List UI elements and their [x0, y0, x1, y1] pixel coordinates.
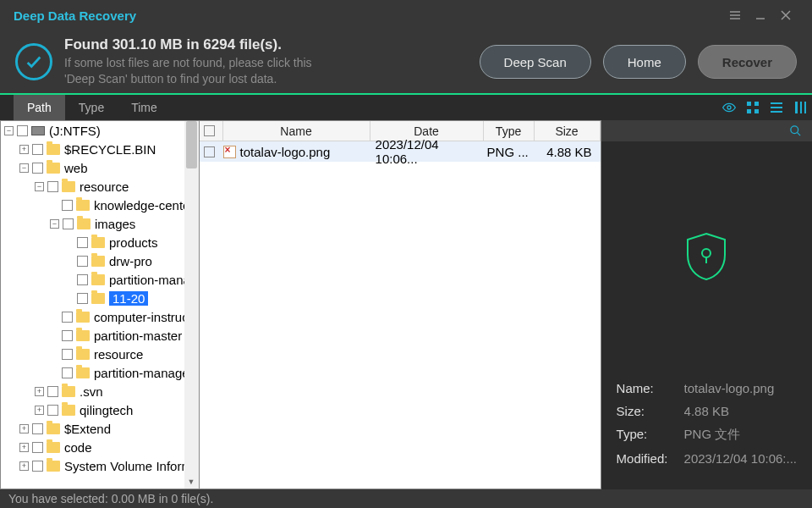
- detail-icon[interactable]: [788, 96, 812, 119]
- tree-item[interactable]: knowledge-center: [1, 196, 199, 214]
- tree-item[interactable]: computer-instruction: [1, 307, 199, 326]
- file-row[interactable]: totalav-logo.png 2023/12/04 10:06... PNG…: [200, 141, 601, 162]
- shield-icon: [684, 231, 728, 282]
- menu-icon[interactable]: [722, 3, 748, 28]
- header-name[interactable]: Name: [223, 121, 370, 141]
- status-bar: You have selected: 0.00 MB in 0 file(s).: [0, 489, 812, 508]
- file-name: totalav-logo.png: [240, 145, 331, 159]
- svg-rect-16: [804, 102, 806, 113]
- tree-item[interactable]: partition-manager: [1, 363, 199, 382]
- preview-area: [601, 141, 812, 371]
- minimize-icon[interactable]: [748, 3, 773, 28]
- check-icon: [15, 43, 52, 80]
- tree-scrollbar[interactable]: ▼: [184, 121, 199, 489]
- folder-tree: −(J:NTFS) +$RECYCLE.BIN −web −resource k…: [0, 120, 200, 489]
- tree-item[interactable]: partition-manage: [1, 270, 199, 289]
- tree-item[interactable]: −web: [1, 158, 199, 177]
- tree-item[interactable]: −images: [1, 214, 199, 233]
- search-bar[interactable]: [601, 120, 812, 141]
- tree-item[interactable]: resource: [1, 345, 199, 363]
- tree-item[interactable]: −resource: [1, 177, 199, 196]
- view-tabs: Path Type Time: [0, 95, 812, 120]
- svg-rect-10: [754, 109, 759, 113]
- row-checkbox[interactable]: [204, 146, 215, 157]
- tree-root[interactable]: −(J:NTFS): [1, 121, 199, 140]
- detail-val-size: 4.88 KB: [684, 404, 729, 418]
- file-details: Name:totalav-logo.png Size:4.88 KB Type:…: [601, 371, 812, 489]
- title-bar: Deep Data Recovery: [0, 0, 812, 30]
- found-summary: Found 301.10 MB in 6294 file(s).: [64, 36, 468, 53]
- file-size: 4.88 KB: [535, 145, 601, 159]
- header-type[interactable]: Type: [484, 121, 535, 141]
- deep-scan-button[interactable]: Deep Scan: [480, 45, 591, 79]
- list-icon[interactable]: [765, 96, 788, 119]
- tree-item[interactable]: +System Volume Information: [1, 456, 199, 475]
- grid-icon[interactable]: [741, 96, 765, 119]
- detail-val-name: totalav-logo.png: [684, 381, 775, 395]
- file-icon: [223, 146, 236, 158]
- svg-rect-14: [795, 102, 798, 113]
- hint-line-2: 'Deep Scan' button to find your lost dat…: [64, 71, 468, 87]
- tree-item[interactable]: partition-master: [1, 326, 199, 345]
- home-button[interactable]: Home: [603, 45, 686, 79]
- eye-icon[interactable]: [717, 96, 741, 119]
- svg-rect-8: [754, 102, 759, 106]
- svg-rect-9: [747, 109, 751, 113]
- search-icon[interactable]: [789, 124, 802, 137]
- tree-item[interactable]: drw-pro: [1, 251, 199, 270]
- scan-header: Found 301.10 MB in 6294 file(s). If some…: [0, 30, 812, 93]
- tree-item-selected[interactable]: 11-20: [1, 289, 199, 307]
- app-title: Deep Data Recovery: [14, 8, 136, 23]
- svg-point-19: [702, 249, 710, 257]
- detail-val-modified: 2023/12/04 10:06:...: [684, 451, 797, 466]
- recover-button[interactable]: Recover: [698, 45, 797, 79]
- tree-item[interactable]: +$Extend: [1, 419, 199, 438]
- tree-item[interactable]: products: [1, 233, 199, 251]
- svg-rect-7: [747, 102, 751, 106]
- header-size[interactable]: Size: [535, 121, 601, 141]
- detail-val-type: PNG 文件: [684, 427, 741, 443]
- detail-key-modified: Modified:: [617, 451, 684, 466]
- tree-item[interactable]: +.svn: [1, 382, 199, 400]
- detail-panel: Name:totalav-logo.png Size:4.88 KB Type:…: [601, 120, 812, 489]
- detail-key-size: Size:: [617, 404, 684, 418]
- svg-point-17: [791, 126, 798, 134]
- hint-line-1: If some lost files are not found, please…: [64, 55, 468, 71]
- svg-point-6: [727, 106, 731, 109]
- svg-rect-15: [800, 102, 802, 113]
- detail-key-name: Name:: [617, 381, 684, 395]
- header-checkbox[interactable]: [200, 121, 223, 141]
- tab-path[interactable]: Path: [14, 95, 65, 120]
- close-icon[interactable]: [773, 3, 798, 28]
- tree-item[interactable]: +qilingtech: [1, 400, 199, 419]
- file-date: 2023/12/04 10:06...: [370, 137, 484, 166]
- tree-item[interactable]: +$RECYCLE.BIN: [1, 140, 199, 158]
- file-list: Name Date Type Size totalav-logo.png 202…: [200, 120, 601, 489]
- tree-item[interactable]: +code: [1, 438, 199, 456]
- tab-type[interactable]: Type: [65, 95, 118, 120]
- selection-status: You have selected: 0.00 MB in 0 file(s).: [8, 492, 213, 505]
- tab-time[interactable]: Time: [118, 95, 171, 120]
- svg-line-18: [797, 132, 800, 135]
- detail-key-type: Type:: [617, 427, 684, 443]
- file-type: PNG ...: [484, 145, 535, 159]
